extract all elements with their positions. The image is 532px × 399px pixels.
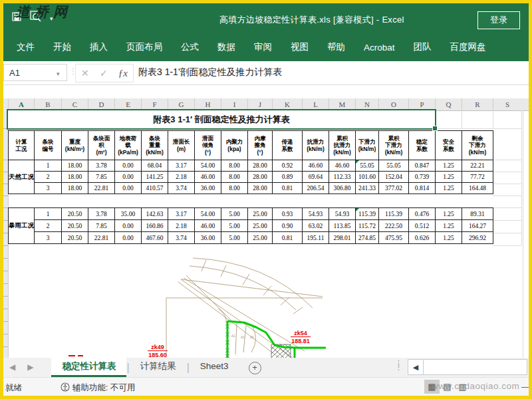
table-cell[interactable]: 0.89	[273, 172, 303, 183]
sheet-tab-计算结果[interactable]: 计算结果	[130, 358, 187, 377]
table-cell[interactable]: 1	[35, 208, 62, 220]
table-cell[interactable]: 54.93	[303, 208, 329, 220]
table-cell[interactable]: 115.39	[379, 208, 409, 220]
table-cell[interactable]: 5.00	[221, 208, 248, 220]
ribbon-tab-开始[interactable]: 开始	[44, 41, 80, 53]
table-cell[interactable]: 8.00	[221, 172, 248, 183]
table-cell[interactable]: 20.50	[62, 232, 88, 244]
formula-text[interactable]: 附表3 1-1'剖面稳定性及推力计算表	[138, 66, 283, 78]
table-cell[interactable]: 36.00	[195, 183, 221, 194]
table-cell[interactable]: 0.00	[115, 172, 142, 183]
table-cell[interactable]: 1.25	[436, 160, 462, 172]
table-cell[interactable]: 0.739	[409, 172, 436, 183]
enter-icon[interactable]: ✓	[100, 68, 108, 78]
table-cell[interactable]: 298.01	[329, 232, 356, 244]
table-cell[interactable]: 410.57	[142, 183, 168, 194]
table-cell[interactable]: 0.847	[409, 160, 436, 172]
table-cell[interactable]: 3.78	[88, 160, 115, 172]
horizontal-scrollbar[interactable]: ◀	[408, 359, 527, 375]
table-cell[interactable]: 3.78	[88, 208, 115, 220]
ribbon-tab-文件[interactable]: 文件	[7, 41, 44, 53]
table-cell[interactable]: 1.25	[436, 220, 462, 232]
table-cell[interactable]: 46.60	[329, 160, 356, 172]
table-cell[interactable]: 306.80	[329, 183, 356, 194]
table-cell[interactable]: 22.81	[88, 232, 115, 244]
table-cell[interactable]: 20.50	[62, 208, 88, 220]
table-cell[interactable]: 1.25	[436, 172, 462, 183]
ribbon-tab-审阅[interactable]: 审阅	[245, 41, 281, 53]
table-cell[interactable]: 3	[35, 183, 62, 194]
section-label[interactable]: 天然工况	[9, 160, 35, 194]
table-cell[interactable]: 46.60	[303, 160, 329, 172]
table-cell[interactable]: 115.39	[356, 208, 379, 220]
table-cell[interactable]: 0.00	[115, 160, 142, 172]
table-cell[interactable]: 274.85	[356, 232, 379, 244]
fill-handle[interactable]	[432, 126, 438, 131]
table-cell[interactable]: 2	[35, 220, 62, 232]
login-button[interactable]: 登录	[477, 11, 520, 29]
table-cell[interactable]: 3.74	[168, 232, 195, 244]
table-cell[interactable]: 1.25	[436, 232, 462, 244]
section-label[interactable]: 暴雨工况	[9, 208, 35, 244]
table-cell[interactable]: 241.33	[356, 183, 379, 194]
table-cell[interactable]: 28.00	[248, 172, 273, 183]
ribbon-tab-视图[interactable]: 视图	[281, 41, 318, 53]
table-cell[interactable]: 77.72	[462, 172, 493, 183]
ribbon-tab-百度网盘[interactable]: 百度网盘	[441, 41, 495, 53]
table-cell[interactable]: 1.25	[436, 208, 462, 220]
table-cell[interactable]: 0.00	[115, 232, 142, 244]
table-cell[interactable]: 2	[35, 172, 62, 183]
table-cell[interactable]: 206.54	[303, 183, 329, 194]
sheet-nav-right-icon[interactable]: ▶	[21, 358, 39, 377]
table-cell[interactable]: 54.00	[195, 160, 221, 172]
table-cell[interactable]: 46.00	[195, 220, 221, 232]
table-cell[interactable]: 112.33	[329, 172, 356, 183]
table-cell[interactable]: 115.72	[356, 220, 379, 232]
column-header-S[interactable]: S	[493, 98, 521, 110]
table-cell[interactable]: 164.27	[462, 220, 493, 232]
table-cell[interactable]: 195.11	[303, 232, 329, 244]
table-cell[interactable]: 46.00	[195, 172, 221, 183]
table-cell[interactable]: 467.60	[142, 232, 168, 244]
table-cell[interactable]: 7.85	[88, 220, 115, 232]
table-cell[interactable]: 5.00	[221, 220, 248, 232]
table-cell[interactable]: 5.00	[221, 232, 248, 244]
table-cell[interactable]: 8.00	[221, 160, 248, 172]
table-cell[interactable]: 0.92	[273, 160, 303, 172]
table-cell[interactable]: 113.85	[329, 220, 356, 232]
table-cell[interactable]: 18.00	[62, 183, 88, 194]
table-cell[interactable]: 101.60	[356, 172, 379, 183]
table-cell[interactable]: 25.00	[248, 220, 273, 232]
table-cell[interactable]: 25.00	[248, 232, 273, 244]
table-cell[interactable]: 63.02	[303, 220, 329, 232]
table-cell[interactable]: 142.63	[142, 208, 168, 220]
ribbon-tab-页面布局[interactable]: 页面布局	[117, 41, 172, 53]
table-cell[interactable]: 3.74	[168, 183, 195, 194]
column-header-R[interactable]: R	[462, 98, 493, 110]
table-cell[interactable]: 55.05	[379, 160, 409, 172]
column-header-Q[interactable]: Q	[435, 98, 462, 110]
sheet-tab-Sheet3[interactable]: Sheet3	[190, 358, 239, 377]
table-cell[interactable]: 0.814	[409, 183, 436, 194]
table-cell[interactable]: 0.512	[409, 220, 436, 232]
ribbon-tab-数据[interactable]: 数据	[208, 41, 245, 53]
cross-section-drawing[interactable]: A1 A2 A3 zk49 185.60 zk54 188.81	[60, 251, 372, 358]
ribbon-tab-帮助[interactable]: 帮助	[318, 41, 354, 53]
scroll-left-icon[interactable]: ◀	[408, 360, 424, 374]
table-cell[interactable]: 222.50	[379, 220, 409, 232]
cancel-icon[interactable]: ✕	[81, 68, 89, 78]
table-cell[interactable]: 377.02	[379, 183, 409, 194]
sheet-tab-稳定性计算表[interactable]: 稳定性计算表	[51, 358, 126, 377]
table-cell[interactable]: 164.48	[462, 183, 493, 194]
table-cell[interactable]: 18.00	[62, 160, 88, 172]
tab-scroll-splitter[interactable]: ⋮⋮	[395, 361, 402, 369]
table-cell[interactable]: 475.95	[379, 232, 409, 244]
name-box-dropdown-icon[interactable]: ▾	[57, 70, 60, 77]
table-cell[interactable]: 18.00	[62, 172, 88, 183]
table-cell[interactable]: 7.85	[88, 172, 115, 183]
table-cell[interactable]: 55.05	[356, 160, 379, 172]
table-cell[interactable]: 20.50	[62, 220, 88, 232]
table-cell[interactable]: 36.00	[195, 232, 221, 244]
table-cell[interactable]: 68.04	[142, 160, 168, 172]
new-sheet-button[interactable]: +	[249, 362, 261, 374]
